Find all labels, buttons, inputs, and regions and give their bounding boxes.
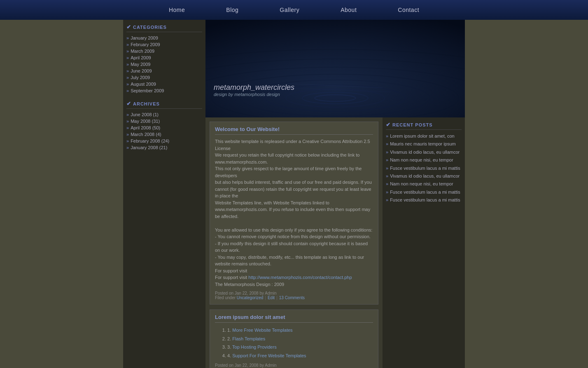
nav-item-about[interactable]: About [320, 0, 377, 20]
sidebar: ✔ CATEGORIES January 2009February 2009Ma… [123, 20, 205, 368]
recent-post-link[interactable]: Lorem ipsum dolor sit amet, con [390, 133, 455, 139]
list-item: Flash Templates [227, 335, 373, 343]
list-item: Vivamus id odio lacus, eu ullamcor [386, 172, 462, 180]
list-item: September 2009 [126, 87, 202, 94]
list-item: More Free Website Templates [227, 326, 373, 335]
list-item: June 2008 (1) [126, 111, 202, 118]
list-item: Vivamus id odio lacus, eu ullamcor [386, 148, 462, 156]
content-area: metamorph_watercircles design by metamor… [205, 20, 465, 368]
list-item: Support For Free Website Templates [227, 352, 373, 360]
recent-post-link[interactable]: Vivamus id odio lacus, eu ullamcor [390, 149, 460, 155]
recent-post-link[interactable]: Mauris nec mauris tempor ipsum [390, 141, 456, 147]
category-link[interactable]: February 2009 [131, 42, 160, 47]
support-link[interactable]: http://www.metamorphozis.com/contact/con… [248, 275, 352, 280]
list-item: May 2008 (31) [126, 118, 202, 124]
nav-item-contact[interactable]: Contact [377, 0, 440, 20]
list-item: Nam non neque nisi, eu tempor [386, 180, 462, 188]
list-item: January 2009 [126, 35, 202, 41]
archives-heading: ✔ ARCHIVES [126, 101, 202, 109]
category-link[interactable]: April 2009 [131, 55, 151, 60]
header-text: metamorph_watercircles design by metamor… [214, 83, 294, 97]
post-list-link[interactable]: Support For Free Website Templates [232, 353, 306, 358]
categories-heading: ✔ CATEGORIES [126, 24, 202, 32]
recent-post-link[interactable]: Vivamus id odio lacus, eu ullamcor [390, 173, 460, 179]
site-tagline: design by metamorphosis design [214, 92, 294, 97]
post-2-title: Lorem ipsum dolor sit amet [215, 314, 373, 323]
list-item: Fusce vestibulum lacus a mi mattis [386, 188, 462, 196]
list-item: Lorem ipsum dolor sit amet, con [386, 132, 462, 140]
archive-link[interactable]: April 2008 (50) [131, 125, 160, 130]
list-item: Fusce vestibulum lacus a mi mattis [386, 196, 462, 204]
post-1-meta: Posted on Jan 22, 2008 by Admin Filed un… [215, 291, 373, 300]
check-icon-3: ✔ [386, 122, 391, 128]
recent-posts-heading: ✔ RECENT POSTS [386, 122, 462, 130]
list-item: February 2009 [126, 41, 202, 48]
list-item: May 2009 [126, 61, 202, 68]
comments-link[interactable]: 13 Comments [279, 295, 305, 300]
edit-link[interactable]: Edit [268, 295, 275, 300]
post-2-meta: Posted on Jan 22, 2008 by Admin Filed un… [215, 363, 373, 368]
list-item: Top Hosting Providers [227, 343, 373, 352]
recent-post-link[interactable]: Fusce vestibulum lacus a mi mattis [390, 197, 460, 203]
list-item: April 2009 [126, 54, 202, 61]
header-image: metamorph_watercircles design by metamor… [205, 20, 465, 117]
category-link[interactable]: March 2009 [131, 49, 154, 54]
check-icon-2: ✔ [126, 101, 131, 107]
list-item: Mauris nec mauris tempor ipsum [386, 140, 462, 148]
category-link[interactable]: August 2009 [131, 82, 156, 87]
archive-link[interactable]: January 2008 (21) [131, 145, 167, 150]
category-link[interactable]: May 2009 [131, 62, 150, 67]
list-item: March 2009 [126, 48, 202, 54]
list-item: Fusce vestibulum lacus a mi mattis [386, 164, 462, 172]
categories-list: January 2009February 2009March 2009April… [126, 35, 202, 94]
nav-item-blog[interactable]: Blog [205, 0, 259, 20]
post-2-list: More Free Website TemplatesFlash Templat… [215, 326, 373, 360]
archive-link[interactable]: May 2008 (31) [131, 119, 160, 124]
recent-post-link[interactable]: Fusce vestibulum lacus a mi mattis [390, 189, 460, 195]
list-item: January 2008 (21) [126, 144, 202, 151]
archive-link[interactable]: June 2008 (1) [131, 112, 159, 117]
recent-posts-list: Lorem ipsum dolor sit amet, conMauris ne… [386, 132, 462, 204]
list-item: March 2008 (4) [126, 131, 202, 138]
list-item: August 2009 [126, 81, 202, 87]
svg-rect-0 [205, 20, 465, 117]
post-1-title: Welcome to Our Website! [215, 126, 373, 135]
recent-post-link[interactable]: Nam non neque nisi, eu tempor [390, 181, 453, 187]
check-icon: ✔ [126, 24, 131, 30]
post-list-link[interactable]: Flash Templates [232, 336, 265, 341]
category-uncategorized[interactable]: Uncategorized [237, 295, 263, 300]
post-list-link[interactable]: Top Hosting Providers [232, 345, 277, 349]
post-2-body: More Free Website TemplatesFlash Templat… [215, 326, 373, 360]
list-item: July 2009 [126, 74, 202, 81]
category-link[interactable]: July 2009 [131, 75, 150, 80]
category-link[interactable]: June 2009 [131, 68, 152, 73]
recent-posts-sidebar: ✔ RECENT POSTS Lorem ipsum dolor sit ame… [383, 117, 465, 368]
recent-post-link[interactable]: Fusce vestibulum lacus a mi mattis [390, 165, 460, 171]
archive-link[interactable]: February 2008 (24) [131, 138, 169, 143]
post-list-link[interactable]: More Free Website Templates [232, 328, 292, 333]
archives-list: June 2008 (1)May 2008 (31)April 2008 (50… [126, 111, 202, 151]
list-item: April 2008 (50) [126, 124, 202, 131]
post-2: Lorem ipsum dolor sit amet More Free Web… [210, 309, 378, 368]
category-link[interactable]: January 2009 [131, 35, 158, 40]
site-name: metamorph_watercircles [214, 83, 294, 92]
list-item: Nam non neque nisi, eu tempor [386, 156, 462, 164]
nav-item-home[interactable]: Home [148, 0, 205, 20]
list-item: February 2008 (24) [126, 138, 202, 144]
category-link[interactable]: September 2009 [131, 88, 164, 93]
top-navigation: HomeBlogGalleryAboutContact [0, 0, 588, 20]
post-1: Welcome to Our Website! This website tem… [210, 122, 378, 305]
post-1-body: This website template is repleased under… [215, 138, 373, 288]
list-item: June 2009 [126, 68, 202, 74]
water-ripple-svg [205, 20, 465, 117]
main-content: Welcome to Our Website! This website tem… [205, 117, 383, 368]
archive-link[interactable]: March 2008 (4) [131, 132, 161, 137]
recent-post-link[interactable]: Nam non neque nisi, eu tempor [390, 157, 453, 163]
nav-item-gallery[interactable]: Gallery [259, 0, 320, 20]
